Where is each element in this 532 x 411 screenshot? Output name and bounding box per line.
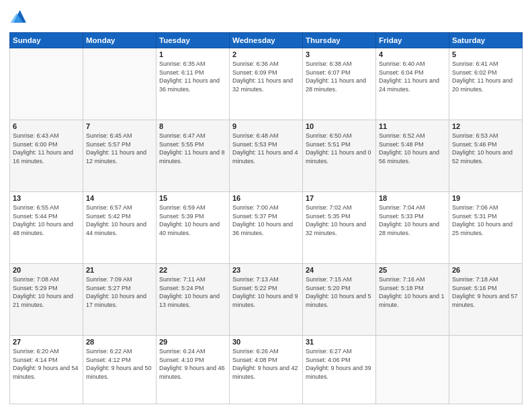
week-row-2: 6Sunrise: 6:43 AM Sunset: 6:00 PM Daylig…: [10, 120, 523, 192]
calendar-cell: 24Sunrise: 7:15 AM Sunset: 5:20 PM Dayli…: [303, 264, 376, 336]
day-info: Sunrise: 6:48 AM Sunset: 5:53 PM Dayligh…: [232, 132, 300, 165]
day-number: 24: [306, 266, 373, 274]
logo-icon: [9, 8, 28, 27]
day-number: 22: [159, 266, 226, 274]
calendar-cell: 21Sunrise: 7:09 AM Sunset: 5:27 PM Dayli…: [83, 264, 157, 336]
calendar-cell: 14Sunrise: 6:57 AM Sunset: 5:42 PM Dayli…: [83, 192, 157, 264]
day-info: Sunrise: 6:47 AM Sunset: 5:55 PM Dayligh…: [159, 132, 226, 165]
calendar-cell: 31Sunrise: 6:27 AM Sunset: 4:06 PM Dayli…: [303, 336, 376, 404]
day-info: Sunrise: 6:55 AM Sunset: 5:44 PM Dayligh…: [13, 203, 80, 237]
day-info: Sunrise: 7:09 AM Sunset: 5:27 PM Dayligh…: [86, 275, 153, 309]
day-info: Sunrise: 7:04 AM Sunset: 5:33 PM Dayligh…: [379, 203, 446, 237]
day-info: Sunrise: 7:06 AM Sunset: 5:31 PM Dayligh…: [452, 203, 519, 237]
day-number: 20: [13, 266, 80, 274]
calendar-cell: 9Sunrise: 6:48 AM Sunset: 5:53 PM Daylig…: [230, 120, 303, 192]
day-info: Sunrise: 6:38 AM Sunset: 6:07 PM Dayligh…: [306, 60, 373, 93]
day-info: Sunrise: 7:13 AM Sunset: 5:22 PM Dayligh…: [232, 275, 300, 309]
day-number: 10: [306, 122, 373, 130]
day-number: 30: [232, 338, 300, 346]
day-info: Sunrise: 6:36 AM Sunset: 6:09 PM Dayligh…: [232, 60, 300, 93]
day-info: Sunrise: 6:59 AM Sunset: 5:39 PM Dayligh…: [159, 203, 226, 237]
day-number: 8: [159, 122, 226, 130]
calendar-cell: 8Sunrise: 6:47 AM Sunset: 5:55 PM Daylig…: [157, 120, 230, 192]
day-number: 12: [452, 122, 519, 130]
day-number: 18: [379, 194, 446, 202]
calendar-cell: 3Sunrise: 6:38 AM Sunset: 6:07 PM Daylig…: [303, 48, 376, 120]
calendar-cell: [376, 336, 449, 404]
day-number: 23: [232, 266, 300, 274]
day-number: 13: [13, 194, 80, 202]
day-info: Sunrise: 6:50 AM Sunset: 5:51 PM Dayligh…: [306, 132, 373, 165]
calendar-cell: 20Sunrise: 7:08 AM Sunset: 5:29 PM Dayli…: [10, 264, 83, 336]
header: [9, 8, 523, 27]
day-info: Sunrise: 6:40 AM Sunset: 6:04 PM Dayligh…: [379, 60, 446, 93]
calendar-cell: 5Sunrise: 6:41 AM Sunset: 6:02 PM Daylig…: [449, 48, 523, 120]
day-number: 3: [306, 50, 373, 58]
day-number: 19: [452, 194, 519, 202]
day-info: Sunrise: 6:43 AM Sunset: 6:00 PM Dayligh…: [13, 132, 80, 165]
day-info: Sunrise: 6:41 AM Sunset: 6:02 PM Dayligh…: [452, 60, 519, 93]
day-number: 2: [232, 50, 300, 58]
calendar-cell: [449, 336, 523, 404]
weekday-header-saturday: Saturday: [449, 33, 523, 48]
day-number: 16: [232, 194, 300, 202]
calendar-cell: 15Sunrise: 6:59 AM Sunset: 5:39 PM Dayli…: [157, 192, 230, 264]
calendar-cell: 29Sunrise: 6:24 AM Sunset: 4:10 PM Dayli…: [157, 336, 230, 404]
day-number: 5: [452, 50, 519, 58]
day-info: Sunrise: 6:26 AM Sunset: 4:08 PM Dayligh…: [232, 347, 300, 381]
day-number: 27: [13, 338, 80, 346]
week-row-4: 20Sunrise: 7:08 AM Sunset: 5:29 PM Dayli…: [10, 264, 523, 336]
weekday-header-friday: Friday: [376, 33, 449, 48]
weekday-header-sunday: Sunday: [10, 33, 83, 48]
day-info: Sunrise: 7:18 AM Sunset: 5:16 PM Dayligh…: [452, 275, 519, 309]
day-number: 21: [86, 266, 153, 274]
day-number: 15: [159, 194, 226, 202]
day-number: 25: [379, 266, 446, 274]
day-number: 31: [306, 338, 373, 346]
week-row-5: 27Sunrise: 6:20 AM Sunset: 4:14 PM Dayli…: [10, 336, 523, 404]
calendar-cell: 23Sunrise: 7:13 AM Sunset: 5:22 PM Dayli…: [230, 264, 303, 336]
day-number: 29: [159, 338, 226, 346]
calendar-cell: 4Sunrise: 6:40 AM Sunset: 6:04 PM Daylig…: [376, 48, 449, 120]
day-info: Sunrise: 7:16 AM Sunset: 5:18 PM Dayligh…: [379, 275, 446, 309]
calendar-cell: 19Sunrise: 7:06 AM Sunset: 5:31 PM Dayli…: [449, 192, 523, 264]
page: SundayMondayTuesdayWednesdayThursdayFrid…: [0, 0, 532, 411]
week-row-1: 1Sunrise: 6:35 AM Sunset: 6:11 PM Daylig…: [10, 48, 523, 120]
calendar-cell: 12Sunrise: 6:53 AM Sunset: 5:46 PM Dayli…: [449, 120, 523, 192]
day-number: 17: [306, 194, 373, 202]
day-number: 14: [86, 194, 153, 202]
day-number: 9: [232, 122, 300, 130]
calendar-cell: 7Sunrise: 6:45 AM Sunset: 5:57 PM Daylig…: [83, 120, 157, 192]
day-number: 11: [379, 122, 446, 130]
day-info: Sunrise: 6:57 AM Sunset: 5:42 PM Dayligh…: [86, 203, 153, 237]
day-info: Sunrise: 6:53 AM Sunset: 5:46 PM Dayligh…: [452, 132, 519, 165]
calendar-table: SundayMondayTuesdayWednesdayThursdayFrid…: [9, 32, 523, 404]
calendar-cell: 30Sunrise: 6:26 AM Sunset: 4:08 PM Dayli…: [230, 336, 303, 404]
day-info: Sunrise: 7:11 AM Sunset: 5:24 PM Dayligh…: [159, 275, 226, 309]
day-info: Sunrise: 7:15 AM Sunset: 5:20 PM Dayligh…: [306, 275, 373, 309]
day-info: Sunrise: 7:08 AM Sunset: 5:29 PM Dayligh…: [13, 275, 80, 309]
calendar-cell: 18Sunrise: 7:04 AM Sunset: 5:33 PM Dayli…: [376, 192, 449, 264]
calendar-cell: 26Sunrise: 7:18 AM Sunset: 5:16 PM Dayli…: [449, 264, 523, 336]
day-info: Sunrise: 6:35 AM Sunset: 6:11 PM Dayligh…: [159, 60, 226, 93]
weekday-header-wednesday: Wednesday: [230, 33, 303, 48]
day-number: 4: [379, 50, 446, 58]
day-info: Sunrise: 6:22 AM Sunset: 4:12 PM Dayligh…: [86, 347, 153, 381]
day-info: Sunrise: 6:45 AM Sunset: 5:57 PM Dayligh…: [86, 132, 153, 165]
calendar-cell: 16Sunrise: 7:00 AM Sunset: 5:37 PM Dayli…: [230, 192, 303, 264]
day-info: Sunrise: 7:02 AM Sunset: 5:35 PM Dayligh…: [306, 203, 373, 237]
calendar-cell: 1Sunrise: 6:35 AM Sunset: 6:11 PM Daylig…: [157, 48, 230, 120]
weekday-header-tuesday: Tuesday: [157, 33, 230, 48]
day-number: 26: [452, 266, 519, 274]
day-number: 28: [86, 338, 153, 346]
calendar-cell: 28Sunrise: 6:22 AM Sunset: 4:12 PM Dayli…: [83, 336, 157, 404]
calendar-cell: 10Sunrise: 6:50 AM Sunset: 5:51 PM Dayli…: [303, 120, 376, 192]
calendar-cell: 6Sunrise: 6:43 AM Sunset: 6:00 PM Daylig…: [10, 120, 83, 192]
day-number: 6: [13, 122, 80, 130]
calendar-cell: 13Sunrise: 6:55 AM Sunset: 5:44 PM Dayli…: [10, 192, 83, 264]
day-info: Sunrise: 7:00 AM Sunset: 5:37 PM Dayligh…: [232, 203, 300, 237]
weekday-header-row: SundayMondayTuesdayWednesdayThursdayFrid…: [10, 33, 523, 48]
weekday-header-monday: Monday: [83, 33, 157, 48]
day-info: Sunrise: 6:20 AM Sunset: 4:14 PM Dayligh…: [13, 347, 80, 381]
day-info: Sunrise: 6:52 AM Sunset: 5:48 PM Dayligh…: [379, 132, 446, 165]
